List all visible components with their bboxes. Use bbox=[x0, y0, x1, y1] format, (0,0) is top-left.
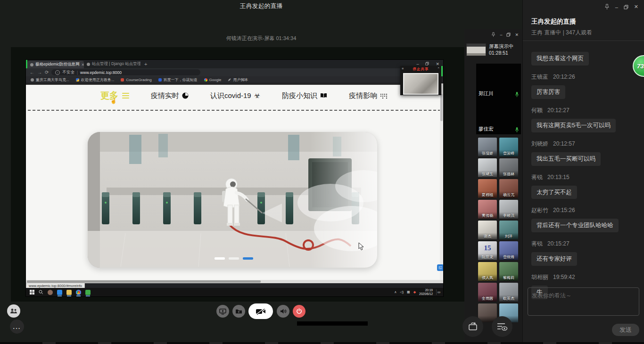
carousel-dot[interactable] bbox=[229, 257, 239, 260]
rotate-view-button[interactable] bbox=[462, 316, 483, 337]
bookmark-item[interactable]: CourseGrading bbox=[121, 78, 151, 82]
shared-screen[interactable]: 极格epidemic防控信息网 ✕ 站点管理 | Django 站点管理员 ✕ … bbox=[26, 60, 443, 296]
new-tab-button[interactable]: + bbox=[140, 61, 151, 67]
chat-message-bubble: 我出五毛一买断可以吗 bbox=[531, 152, 601, 166]
volume-icon[interactable]: ◁) bbox=[400, 290, 404, 294]
taskbar-app-icon[interactable] bbox=[48, 290, 53, 295]
participant-tile[interactable]: 曾浚峰 bbox=[499, 138, 518, 156]
back-icon[interactable]: ← bbox=[30, 70, 34, 75]
bookmarks-bar: 重庆工商大学马克... 欢迎使用正方教务... CourseGrading 百度… bbox=[26, 76, 443, 83]
avatar-text: 15 bbox=[478, 244, 497, 252]
bookmark-item[interactable]: 欢迎使用正方教务... bbox=[76, 77, 115, 82]
send-button[interactable]: 发送 bbox=[612, 324, 639, 336]
dots-grid-icon bbox=[380, 93, 388, 98]
restore-button[interactable] bbox=[624, 5, 628, 9]
carousel-indicators[interactable] bbox=[215, 257, 253, 260]
panel-close-button[interactable]: ✕ bbox=[515, 33, 519, 37]
forward-icon[interactable]: → bbox=[37, 70, 42, 75]
file-explorer-icon[interactable] bbox=[66, 290, 72, 295]
live-stream-window: 王冉发起的直播 何镜涛正在演示-屏幕 01:34:34 极格epidemic防控… bbox=[0, 0, 644, 344]
participant-tile[interactable]: 曾煜烽 bbox=[499, 241, 518, 260]
participant-tile[interactable]: 刘洋 bbox=[499, 221, 518, 239]
camera-off-button[interactable] bbox=[248, 303, 273, 319]
participant-tile[interactable]: 张绪玉 bbox=[478, 158, 497, 177]
taskbar-green-app-icon[interactable] bbox=[85, 290, 91, 295]
participant-tile[interactable]: 黎梅莉 bbox=[499, 262, 518, 281]
pin-icon[interactable] bbox=[604, 4, 610, 10]
taskbar-chat-app-icon[interactable] bbox=[57, 290, 62, 295]
share-status-label: 屏幕演示中 bbox=[489, 43, 514, 50]
participant-name: 阮世龙 bbox=[478, 254, 497, 260]
participants-button[interactable] bbox=[7, 304, 20, 318]
participant-tile[interactable]: 杨云兀 bbox=[499, 179, 518, 198]
panel-restore-button[interactable] bbox=[506, 33, 511, 37]
chat-message-bubble: 我想去看这个网页 bbox=[531, 52, 589, 66]
participant-tile[interactable]: 谢杰 bbox=[478, 221, 497, 239]
participant-tile[interactable]: 李峻茂 bbox=[499, 200, 518, 219]
start-button-icon[interactable] bbox=[30, 290, 34, 295]
page-widget-icon[interactable]: ◱ bbox=[437, 264, 443, 271]
close-button[interactable]: ✕ bbox=[634, 4, 638, 10]
video-tile[interactable]: 廖佳宏 bbox=[476, 99, 521, 134]
bookmark-item[interactable]: 百度一下，你就知道 bbox=[158, 77, 198, 82]
address-omnibox[interactable]: i 不安全 | www.epdemic.top:8000 bbox=[51, 69, 200, 75]
participant-tile[interactable]: 欧英杰 bbox=[499, 283, 518, 302]
popup-menu-icon[interactable]: ≡ bbox=[402, 67, 404, 70]
reload-icon[interactable]: ⟳ bbox=[45, 70, 49, 75]
file-share-button[interactable] bbox=[232, 305, 245, 318]
nav-item-covid[interactable]: 认识covid-19 ☣ bbox=[210, 91, 260, 100]
participant-tile[interactable]: 15阮世龙 bbox=[478, 241, 497, 260]
leave-power-button[interactable] bbox=[293, 305, 305, 318]
nav-item-impact[interactable]: 疫情影响 bbox=[349, 91, 388, 100]
speaker-button[interactable] bbox=[277, 305, 289, 318]
network-icon[interactable]: ▦ bbox=[407, 290, 410, 294]
pin-icon[interactable] bbox=[491, 32, 495, 37]
list-eye-icon bbox=[496, 322, 508, 331]
baidu-icon bbox=[158, 78, 162, 82]
participant-name: 杨云兀 bbox=[499, 192, 518, 197]
participant-tile[interactable]: 黄传杨 bbox=[478, 200, 497, 219]
watch-list-button[interactable] bbox=[492, 316, 512, 337]
search-icon[interactable] bbox=[39, 290, 43, 295]
chat-input[interactable] bbox=[528, 287, 639, 316]
nav-item-realtime[interactable]: 疫情实时 bbox=[151, 91, 189, 100]
hero-carousel-image[interactable] bbox=[88, 132, 377, 268]
share-thumbnail bbox=[466, 43, 486, 56]
participant-tile[interactable]: 夏程祖 bbox=[478, 179, 497, 198]
browser-tab-active[interactable]: 极格epidemic防控信息网 ✕ bbox=[27, 61, 84, 68]
video-tile[interactable]: 郑江川 bbox=[476, 64, 521, 99]
nav-item-tips[interactable]: 防疫小知识 bbox=[282, 91, 327, 100]
stream-title: 王冉发起的直播 bbox=[531, 17, 576, 26]
bookmark-item[interactable]: 用户脚本 bbox=[228, 77, 248, 82]
site-info-icon[interactable]: i bbox=[55, 70, 60, 75]
stop-share-popup[interactable]: ≡ 停止共享 ⌃ bbox=[400, 66, 441, 95]
participant-tile[interactable]: 全雨茜 bbox=[478, 283, 497, 302]
chat-message-bubble: 背后还有一个专业团队哈哈哈 bbox=[531, 219, 619, 232]
popup-expand-icon[interactable]: ⌃ bbox=[437, 67, 440, 71]
participant-tile[interactable]: 张德林 bbox=[499, 158, 518, 177]
page-scrollbar-thumb[interactable] bbox=[440, 94, 443, 121]
taskbar-clock[interactable]: 20:19 2020/6/12 bbox=[419, 288, 433, 296]
mouse-cursor bbox=[358, 242, 365, 251]
chrome-icon[interactable] bbox=[76, 290, 81, 295]
tray-expand-icon[interactable]: ∧ bbox=[394, 290, 396, 294]
zhengfang-icon bbox=[76, 78, 79, 82]
bookmark-item[interactable]: Google bbox=[204, 78, 222, 82]
bottom-edge-strip bbox=[0, 342, 644, 344]
participant-tile[interactable]: 侯人凤 bbox=[478, 262, 497, 281]
more-options-button[interactable]: ... bbox=[10, 319, 24, 334]
chat-message-meta: 王镜蓝20:12:26 bbox=[531, 73, 638, 81]
stop-share-label[interactable]: 停止共享 bbox=[413, 67, 429, 72]
screen-share-button[interactable] bbox=[216, 305, 229, 318]
minimize-button[interactable]: – bbox=[615, 4, 618, 10]
participant-tile[interactable]: 张儒娇 bbox=[478, 138, 497, 156]
carousel-dot[interactable] bbox=[215, 257, 225, 260]
browser-tab-inactive[interactable]: 站点管理 | Django 站点管理员 ✕ bbox=[84, 60, 140, 68]
panel-minimize-button[interactable]: – bbox=[500, 33, 502, 37]
tray-app-icon[interactable]: ◆ bbox=[413, 290, 416, 294]
screen-share-status[interactable]: 屏幕演示中 01:28:51 bbox=[466, 43, 514, 56]
notification-center-icon[interactable]: ▭ bbox=[436, 289, 441, 295]
carousel-dot-active[interactable] bbox=[243, 257, 253, 260]
power-icon bbox=[296, 308, 302, 314]
bookmark-item[interactable]: 重庆工商大学马克... bbox=[31, 77, 69, 82]
